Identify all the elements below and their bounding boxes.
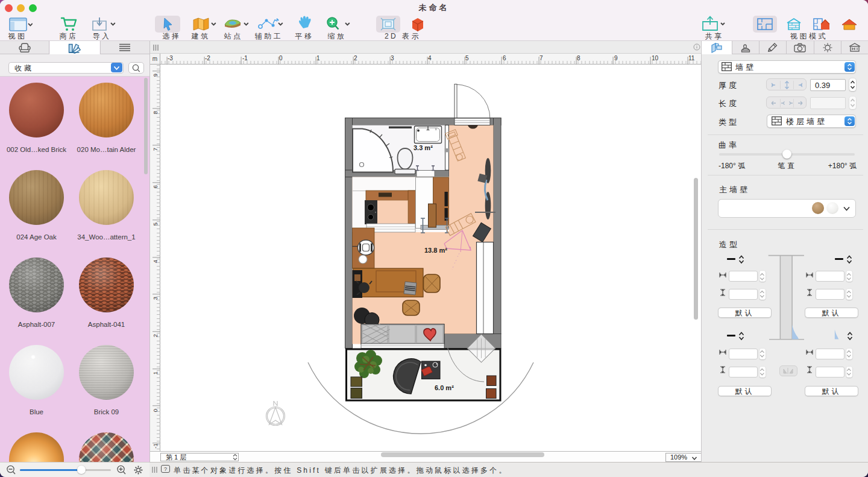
svg-text:3.3 m²: 3.3 m² [414,144,433,151]
svg-text:13.8 m²: 13.8 m² [424,247,447,254]
svg-text:6.0 m²: 6.0 m² [435,384,454,391]
